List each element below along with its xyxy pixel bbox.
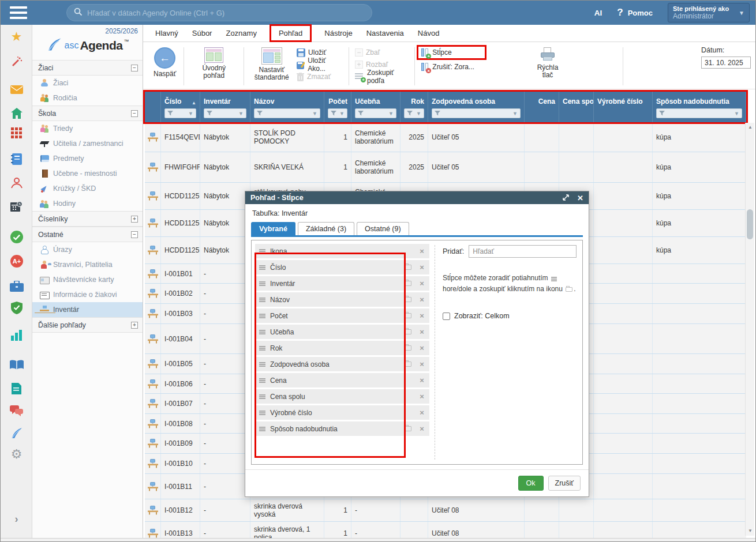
group-toggle-icon[interactable]: −	[131, 231, 138, 238]
column-header[interactable]: Počet▲ ▼	[324, 92, 351, 122]
user-menu[interactable]: Ste prihlásený ako Administrátor ▼	[668, 3, 750, 22]
shield-icon[interactable]	[1, 301, 32, 315]
quick-print-button[interactable]: Rýchla tlač	[528, 46, 567, 80]
column-filter[interactable]: ▼	[254, 108, 320, 118]
group-folder-icon[interactable]	[404, 281, 411, 286]
set-default-button[interactable]: Nastaviť štandardné	[248, 46, 295, 82]
notebook-icon[interactable]	[1, 152, 32, 166]
remove-column-icon[interactable]: ×	[418, 344, 425, 352]
table-row[interactable]: F1154QEVD Nábytok STOLÍK POD POMOCKY 1 C…	[145, 122, 746, 152]
mail-icon[interactable]	[1, 82, 32, 96]
drag-handle-icon[interactable]	[259, 265, 265, 266]
column-item[interactable]: Cena spolu ×	[255, 389, 429, 404]
column-filter[interactable]: ▼	[656, 108, 742, 118]
column-header[interactable]: ▲ ▼	[145, 92, 161, 122]
menu-tab[interactable]: Súbor	[186, 27, 219, 39]
sidebar-group[interactable]: Ostatné −	[32, 227, 143, 242]
table-row[interactable]: I-001B12 - skrinka dverová vysoká 1 - Uč…	[145, 499, 746, 522]
drag-handle-icon[interactable]	[259, 249, 265, 250]
menu-tab[interactable]: Pohľad	[272, 27, 309, 39]
group-toggle-icon[interactable]: +	[131, 216, 138, 223]
column-header[interactable]: Učebňa▲ ▼	[351, 92, 401, 122]
group-folder-icon[interactable]	[404, 345, 411, 351]
remove-column-icon[interactable]: ×	[418, 425, 425, 432]
documents-icon[interactable]	[1, 382, 32, 396]
drag-handle-icon[interactable]	[259, 298, 265, 299]
cancel-sort-button[interactable]: x Zrušiť: Zora...	[419, 62, 484, 72]
sidebar-item[interactable]: Krúžky / ŠKD	[32, 181, 143, 196]
home-icon[interactable]	[1, 106, 32, 120]
column-header[interactable]: Cena▲ ▼	[525, 92, 559, 122]
scrollbar-thumb[interactable]	[747, 209, 753, 239]
column-item[interactable]: Výrobné číslo ×	[255, 405, 429, 420]
substitutions-icon[interactable]	[1, 176, 32, 190]
menu-tab[interactable]: Nástroje	[318, 27, 358, 39]
remove-column-icon[interactable]: ×	[418, 377, 425, 384]
column-header[interactable]: Číslo▲ ▼	[161, 92, 200, 122]
drag-handle-icon[interactable]	[259, 378, 265, 379]
settings-gear-icon[interactable]: ⚙	[1, 447, 32, 461]
ai-button[interactable]: AI	[594, 9, 602, 17]
column-header[interactable]: Spôsob nadobudnutia▲ ▼	[653, 92, 746, 122]
column-item[interactable]: Inventár ×	[255, 276, 429, 291]
remove-column-icon[interactable]: ×	[418, 312, 425, 319]
sidebar-group[interactable]: Číselníky +	[32, 211, 143, 227]
statistics-icon[interactable]	[1, 328, 32, 342]
remove-column-icon[interactable]: ×	[418, 296, 425, 303]
column-item[interactable]: Učebňa ×	[255, 325, 429, 339]
column-item[interactable]: Spôsob nadobudnutia ×	[255, 421, 429, 436]
delete-button[interactable]: Zmazať	[295, 71, 345, 82]
collapse-button[interactable]: − Zbaľ	[353, 47, 410, 58]
column-header[interactable]: Názov▲ ▼	[250, 92, 324, 122]
column-item[interactable]: Číslo ×	[255, 260, 429, 274]
table-row[interactable]: FHWIFGHF Nábytok SKRIŇA VEĽKÁ 1 Chemické…	[145, 152, 746, 183]
menu-tab[interactable]: Zoznamy	[219, 27, 263, 39]
group-folder-icon[interactable]	[404, 297, 411, 302]
drag-handle-icon[interactable]	[259, 427, 265, 428]
group-toggle-icon[interactable]: −	[131, 110, 138, 117]
column-filter[interactable]: ▼	[164, 108, 196, 118]
drag-handle-icon[interactable]	[259, 362, 265, 363]
cancel-button[interactable]: Zrušiť	[548, 476, 581, 491]
dialog-header[interactable]: Pohľad - Stĺpce ✕	[245, 191, 589, 204]
sidebar-item[interactable]: Úrazy	[32, 242, 143, 257]
calendar-icon[interactable]	[1, 200, 32, 213]
column-item[interactable]: Ikona ×	[255, 244, 429, 258]
group-by-button[interactable]: + Zoskupiť podľa	[353, 71, 410, 82]
remove-column-icon[interactable]: ×	[418, 409, 425, 416]
remove-column-icon[interactable]: ×	[418, 247, 425, 255]
attendance-check-icon[interactable]	[1, 230, 32, 244]
grades-icon[interactable]: A+	[1, 254, 32, 268]
group-folder-icon[interactable]	[404, 426, 411, 431]
dialog-tab[interactable]: Vybrané	[251, 222, 295, 235]
sidebar-item[interactable]: Učitelia / zamestnanci	[32, 136, 143, 151]
sidebar-item[interactable]: Inventár	[32, 302, 143, 317]
column-filter[interactable]: ▼	[432, 108, 521, 118]
column-header[interactable]: Výrobné číslo▲ ▼	[594, 92, 653, 122]
drag-handle-icon[interactable]	[259, 314, 265, 315]
drag-handle-icon[interactable]	[259, 330, 265, 331]
scroll-up-icon[interactable]: ▲	[746, 123, 755, 132]
expand-arrow-icon[interactable]: ›	[1, 512, 32, 526]
menu-tab[interactable]: Hlavný	[149, 27, 185, 39]
menu-tab[interactable]: Nastavenia	[360, 27, 410, 39]
remove-column-icon[interactable]: ×	[418, 360, 425, 368]
ok-button[interactable]: Ok	[518, 476, 544, 491]
column-item[interactable]: Rok ×	[255, 341, 429, 355]
library-icon[interactable]	[1, 358, 32, 372]
remove-column-icon[interactable]: ×	[418, 264, 425, 271]
resize-icon[interactable]	[563, 194, 569, 202]
table-row[interactable]: I-001B13 - skrinka dverová, 1 polica 1 -…	[145, 522, 746, 538]
star-icon[interactable]: ★	[1, 30, 32, 44]
group-toggle-icon[interactable]: +	[131, 322, 138, 329]
date-input[interactable]	[701, 57, 751, 69]
add-column-search-input[interactable]	[469, 245, 577, 258]
column-item[interactable]: Zodpovedná osoba ×	[255, 357, 429, 371]
column-filter[interactable]: ▼	[204, 108, 246, 118]
home-view-button[interactable]: Úvodný pohľad	[188, 46, 239, 81]
drag-handle-icon[interactable]	[259, 394, 265, 396]
sidebar-item[interactable]: Učebne - miestnosti	[32, 166, 143, 181]
search-input[interactable]	[87, 9, 365, 17]
group-folder-icon[interactable]	[404, 265, 411, 270]
column-header[interactable]: Cena spolu▲ ▼	[559, 92, 594, 122]
